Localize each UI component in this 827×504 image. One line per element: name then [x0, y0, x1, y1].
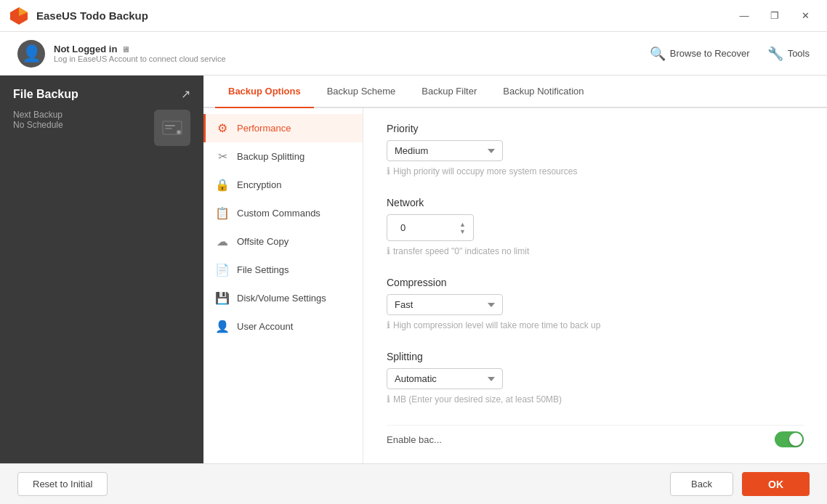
user-account-icon: 👤 [215, 320, 230, 333]
tab-backup-scheme[interactable]: Backup Scheme [314, 76, 409, 108]
app-logo-icon [9, 6, 29, 26]
network-spinner: ▲ ▼ [387, 214, 474, 241]
avatar-icon: 👤 [22, 44, 41, 63]
content-area: Backup Options Backup Scheme Backup Filt… [203, 76, 827, 463]
sidebar-no-schedule: No Schedule [13, 120, 63, 130]
priority-control: Low Medium High [387, 140, 804, 161]
compression-hint: ℹ High compression level will take more … [387, 320, 804, 330]
splitting-hint: ℹ MB (Enter your desired size, at least … [387, 394, 804, 405]
user-section: 👤 Not Logged in 🖥 Log in EaseUS Account … [17, 40, 226, 68]
close-button[interactable]: ✕ [792, 5, 818, 27]
enable-toggle-label: Enable bac... [387, 434, 442, 445]
back-button[interactable]: Back [670, 472, 733, 496]
backup-splitting-icon: ✂ [215, 150, 230, 163]
bottom-bar: Reset to Initial Back OK [0, 463, 827, 504]
splitting-select[interactable]: Automatic 650MB 1GB 2GB 4GB Custom [387, 368, 503, 389]
performance-icon: ⚙ [215, 121, 230, 135]
app-title: EaseUS Todo Backup [36, 9, 148, 22]
compression-control: None Fast Medium High [387, 294, 804, 315]
title-bar-controls: — ❐ ✕ [731, 5, 818, 27]
maximize-button[interactable]: ❐ [762, 5, 788, 27]
tools-icon: 🔧 [767, 46, 783, 62]
title-bar: EaseUS Todo Backup — ❐ ✕ [0, 0, 827, 32]
nav-item-custom-commands[interactable]: 📋 Custom Commands [203, 199, 363, 227]
user-sub: Log in EaseUS Account to connect cloud s… [54, 54, 226, 63]
sidebar: File Backup ↗ Next Backup No Schedule [0, 76, 203, 463]
nav-item-backup-splitting[interactable]: ✂ Backup Splitting [203, 142, 363, 171]
tab-backup-filter[interactable]: Backup Filter [408, 76, 490, 108]
nav-item-encryption[interactable]: 🔒 Encryption [203, 171, 363, 199]
avatar: 👤 [17, 40, 45, 68]
network-decrement-button[interactable]: ▼ [459, 228, 466, 235]
network-setting-row: Network ▲ ▼ ℹ transfer speed "0" indicat [387, 197, 804, 256]
browse-to-recover-button[interactable]: 🔍 Browse to Recover [650, 46, 750, 62]
settings-panel: Priority Low Medium High ℹ High priority… [363, 108, 827, 463]
sidebar-backup-info: Next Backup No Schedule [13, 110, 63, 130]
app-logo-container [9, 6, 29, 26]
user-name-badge: 🖥 [121, 45, 129, 54]
nav-item-file-settings[interactable]: 📄 File Settings [203, 256, 363, 284]
enable-toggle-switch[interactable] [775, 431, 804, 447]
title-bar-left: EaseUS Todo Backup [9, 6, 148, 26]
user-name: Not Logged in 🖥 [54, 44, 226, 54]
hdd-icon [159, 115, 185, 141]
close-icon: ✕ [802, 10, 810, 21]
minimize-icon: — [740, 10, 749, 21]
encryption-icon: 🔒 [215, 178, 230, 192]
nav-item-performance[interactable]: ⚙ Performance [203, 114, 363, 142]
network-hint: ℹ transfer speed "0" indicates no limit [387, 245, 804, 256]
left-nav: ⚙ Performance ✂ Backup Splitting 🔒 Encry… [203, 108, 363, 463]
priority-select[interactable]: Low Medium High [387, 140, 503, 161]
tab-backup-notification[interactable]: Backup Notification [490, 76, 597, 108]
priority-label: Priority [387, 123, 804, 134]
bottom-right-actions: Back OK [670, 472, 810, 496]
network-control: ▲ ▼ [387, 214, 804, 241]
minimize-button[interactable]: — [731, 5, 757, 27]
nav-item-offsite-copy[interactable]: ☁ Offsite Copy [203, 227, 363, 256]
svg-rect-7 [165, 128, 172, 129]
reset-to-initial-button[interactable]: Reset to Initial [17, 472, 108, 496]
splitting-setting-row: Splitting Automatic 650MB 1GB 2GB 4GB Cu… [387, 351, 804, 405]
compression-hint-icon: ℹ [387, 320, 390, 330]
svg-rect-6 [165, 125, 175, 126]
splitting-hint-icon: ℹ [387, 394, 390, 405]
nav-item-disk-volume-settings[interactable]: 💾 Disk/Volume Settings [203, 284, 363, 312]
network-hint-icon: ℹ [387, 245, 390, 256]
network-increment-button[interactable]: ▲ [459, 221, 466, 228]
network-spinner-buttons: ▲ ▼ [459, 221, 466, 235]
content-body: ⚙ Performance ✂ Backup Splitting 🔒 Encry… [203, 108, 827, 463]
splitting-label: Splitting [387, 351, 804, 362]
hdd-visual [154, 110, 190, 146]
compression-select[interactable]: None Fast Medium High [387, 294, 503, 315]
sidebar-title: File Backup [13, 88, 78, 101]
network-label: Network [387, 197, 804, 208]
priority-hint-icon: ℹ [387, 166, 390, 176]
compression-label: Compression [387, 277, 804, 288]
sidebar-next-backup-label: Next Backup [13, 110, 63, 120]
user-info: Not Logged in 🖥 Log in EaseUS Account to… [54, 44, 226, 63]
compression-setting-row: Compression None Fast Medium High ℹ High… [387, 277, 804, 330]
network-input[interactable] [395, 219, 453, 236]
header-bar: 👤 Not Logged in 🖥 Log in EaseUS Account … [0, 32, 827, 76]
splitting-control: Automatic 650MB 1GB 2GB 4GB Custom [387, 368, 804, 389]
priority-hint: ℹ High priority will occupy more system … [387, 166, 804, 176]
disk-volume-icon: 💾 [215, 291, 230, 305]
offsite-copy-icon: ☁ [215, 235, 230, 248]
tabs-bar: Backup Options Backup Scheme Backup Filt… [203, 76, 827, 108]
ok-button[interactable]: OK [742, 472, 810, 496]
priority-setting-row: Priority Low Medium High ℹ High priority… [387, 123, 804, 176]
sidebar-export-icon[interactable]: ↗ [181, 87, 190, 101]
tools-button[interactable]: 🔧 Tools [767, 46, 810, 62]
browse-recover-icon: 🔍 [650, 46, 666, 62]
sidebar-header: File Backup ↗ [0, 76, 203, 110]
main-layout: File Backup ↗ Next Backup No Schedule [0, 76, 827, 463]
toggle-knob [789, 433, 802, 446]
header-actions: 🔍 Browse to Recover 🔧 Tools [650, 46, 810, 62]
nav-item-user-account[interactable]: 👤 User Account [203, 312, 363, 341]
tab-backup-options[interactable]: Backup Options [215, 76, 314, 108]
custom-commands-icon: 📋 [215, 206, 230, 220]
svg-point-5 [178, 131, 180, 134]
maximize-icon: ❐ [770, 10, 779, 21]
enable-toggle-area: Enable bac... [387, 425, 804, 447]
file-settings-icon: 📄 [215, 263, 230, 277]
